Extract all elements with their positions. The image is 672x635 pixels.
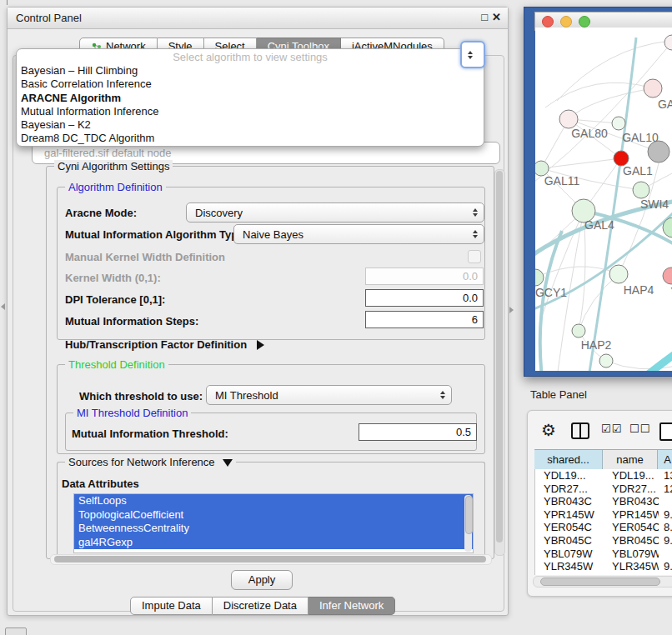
- column-layout-icon[interactable]: [571, 422, 589, 439]
- list-scrollbar[interactable]: [464, 495, 472, 552]
- data-attribute-item[interactable]: SelfLoops: [74, 494, 473, 508]
- algorithm-option[interactable]: Bayesian – K2: [17, 118, 484, 132]
- network-node[interactable]: [633, 182, 649, 198]
- zoom-traffic-light[interactable]: [579, 16, 590, 28]
- settings-group-title: Cyni Algorithm Settings: [54, 160, 173, 172]
- network-node-gal80[interactable]: [559, 110, 578, 128]
- network-selector-value: gal-filtered.sif default node: [44, 147, 171, 159]
- table-cell: YPR145W: [604, 508, 659, 522]
- data-attribute-item[interactable]: gal4RGexp: [74, 536, 473, 550]
- table-column-header[interactable]: A: [658, 450, 672, 469]
- mi-threshold-field[interactable]: 0.5: [359, 423, 477, 441]
- tab-infer-network[interactable]: Infer Network: [308, 597, 395, 615]
- table-cell: YBR045C: [604, 534, 659, 548]
- network-node-label: GAL4: [584, 218, 614, 232]
- table-row[interactable]: YDR27...YDR27...12: [535, 482, 672, 496]
- left-splitter-handle[interactable]: [1, 303, 5, 310]
- table-body: YDL19...YDL19...13YDR27...YDR27...12YBR0…: [534, 469, 672, 575]
- control-panel-window: Control Panel □ ✕ NetworkStyleSelectCyni…: [7, 7, 509, 616]
- which-threshold-value: MI Threshold: [215, 389, 440, 402]
- table-row[interactable]: YBR045CYBR045C9.: [535, 534, 672, 548]
- network-node-hap2[interactable]: [572, 324, 585, 338]
- collapsed-panel-button[interactable]: [5, 628, 27, 635]
- algorithm-option[interactable]: Mutual Information Inference: [17, 105, 484, 118]
- mi-threshold-label: Mutual Information Threshold:: [72, 428, 228, 440]
- table-row[interactable]: YBL079WYBL079W: [535, 548, 672, 561]
- deselect-all-checkbox-icon[interactable]: ☐☐: [629, 422, 650, 435]
- network-node[interactable]: [664, 35, 672, 50]
- network-node-gal10[interactable]: [612, 117, 625, 130]
- table-cell: YDR27...: [535, 482, 604, 496]
- control-panel-title: Control Panel: [16, 12, 82, 24]
- float-window-icon[interactable]: □: [481, 11, 488, 23]
- divider-tick: [7, 0, 8, 5]
- table-row[interactable]: YBR043CYBR043C: [535, 495, 672, 508]
- expand-triangle-icon: [257, 340, 264, 350]
- algorithm-option[interactable]: ARACNE Algorithm: [17, 92, 484, 105]
- network-graph: GALGAL80GAL10GAL1GAL11GAL4SWI4GCY1HAP4YH…: [535, 28, 672, 371]
- table-row[interactable]: YIL052CYIL052C9.: [535, 573, 672, 575]
- table-cell: YBR043C: [535, 495, 604, 508]
- which-threshold-combo[interactable]: MI Threshold: [206, 385, 452, 405]
- data-attribute-item[interactable]: BetweennessCentrality: [74, 522, 473, 536]
- table-row[interactable]: YDL19...YDL19...13: [535, 469, 672, 482]
- network-node-y[interactable]: [663, 268, 672, 284]
- algorithm-placeholder: Select algorithm to view settings: [17, 50, 484, 64]
- network-node-gal[interactable]: [644, 79, 662, 98]
- select-all-checkbox-icon[interactable]: ☑☑: [601, 422, 622, 435]
- table-header-row: shared...nameA: [534, 449, 672, 470]
- network-node-gcy1[interactable]: [535, 269, 544, 286]
- network-node[interactable]: [648, 141, 669, 162]
- algorithm-option[interactable]: Dream8 DC_TDC Algorithm: [17, 132, 484, 145]
- kernel-width-label: Kernel Width (0,1):: [65, 272, 161, 284]
- settings-vertical-scrollbar[interactable]: [494, 169, 505, 556]
- table-row[interactable]: YPR145WYPR145W9.: [535, 508, 672, 522]
- network-node-hap4[interactable]: [609, 265, 628, 283]
- data-attributes-list[interactable]: SelfLoopsTopologicalCoefficientBetweenne…: [73, 493, 474, 553]
- minimize-traffic-light[interactable]: [560, 16, 572, 28]
- algorithm-option[interactable]: Basic Correlation Inference: [17, 78, 484, 91]
- manual-kernel-width-checkbox[interactable]: [468, 250, 481, 263]
- settings-gear-icon[interactable]: ⚙: [541, 422, 556, 438]
- close-icon[interactable]: ✕: [492, 11, 501, 23]
- mi-steps-label: Mutual Information Steps:: [65, 315, 198, 328]
- table-cell: YER054C: [535, 521, 604, 534]
- settings-horizontal-scrollbar[interactable]: [50, 554, 492, 565]
- tab-impute-data[interactable]: Impute Data: [130, 597, 213, 615]
- table-file-icon[interactable]: [659, 422, 672, 441]
- sources-title-text: Sources for Network Inference: [68, 456, 215, 468]
- table-cell: 8.: [659, 521, 672, 534]
- panel-splitter-handle[interactable]: [509, 307, 514, 313]
- table-row[interactable]: YER054CYER054C8.: [535, 521, 672, 534]
- spinner-arrows-icon: [473, 208, 478, 217]
- network-canvas[interactable]: GALGAL80GAL10GAL1GAL11GAL4SWI4GCY1HAP4YH…: [535, 28, 672, 371]
- tab-discretize-data[interactable]: Discretize Data: [213, 597, 308, 615]
- hub-definition-label: Hub/Transcription Factor Definition: [65, 338, 247, 351]
- hub-definition-toggle[interactable]: Hub/Transcription Factor Definition: [65, 338, 264, 351]
- network-node[interactable]: [599, 354, 613, 368]
- table-column-header[interactable]: shared...: [534, 450, 603, 469]
- tab-label: Infer Network: [319, 598, 384, 614]
- table-cell: [659, 495, 672, 508]
- data-attribute-item[interactable]: TopologicalCoefficient: [74, 508, 473, 522]
- spinner-arrows-icon: [473, 230, 478, 238]
- algorithm-option[interactable]: Bayesian – Hill Climbing: [17, 64, 484, 78]
- table-column-header[interactable]: name: [603, 450, 658, 469]
- algorithm-dropdown-popup: Select algorithm to view settings Bayesi…: [16, 48, 484, 147]
- network-node-label: HAP2: [581, 338, 612, 352]
- table-cell: YER054C: [604, 521, 659, 534]
- aracne-mode-combo[interactable]: Discovery: [186, 202, 484, 222]
- manual-kernel-width-label: Manual Kernel Width Definition: [65, 251, 225, 263]
- dpi-tolerance-field[interactable]: 0.0: [365, 289, 484, 307]
- algorithm-combo-spinner[interactable]: [460, 41, 485, 68]
- apply-button[interactable]: Apply: [231, 570, 293, 590]
- close-traffic-light[interactable]: [542, 16, 554, 28]
- network-edge: [535, 44, 670, 182]
- mi-steps-field[interactable]: 6: [365, 311, 484, 328]
- sources-group-title[interactable]: Sources for Network Inference: [65, 456, 236, 468]
- mi-algorithm-type-combo[interactable]: Naive Bayes: [233, 224, 484, 244]
- table-horizontal-scrollbar[interactable]: [533, 576, 672, 588]
- kernel-width-field[interactable]: 0.0: [365, 268, 484, 285]
- table-row[interactable]: YLR345WYLR345W9.: [535, 560, 672, 573]
- table-cell: 9.: [659, 508, 672, 522]
